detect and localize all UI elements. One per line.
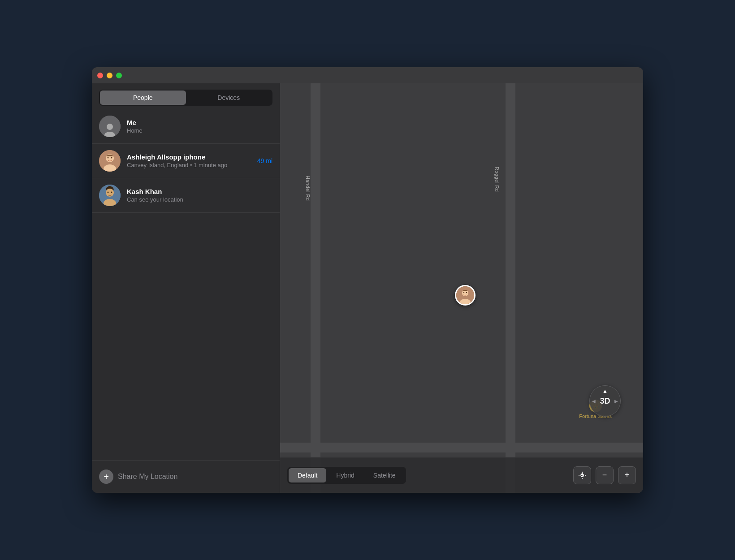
sidebar: People Devices Me xyxy=(92,83,280,493)
person-name-me: Me xyxy=(127,119,272,126)
svg-point-6 xyxy=(108,157,109,159)
main-content: People Devices Me xyxy=(92,83,643,493)
compass-3d-label: 3D xyxy=(600,396,610,406)
compass-north-icon: ▲ xyxy=(602,388,608,394)
title-bar xyxy=(92,67,643,83)
road-handel xyxy=(311,83,320,493)
person-item-me[interactable]: Me Home xyxy=(92,109,280,144)
map-type-satellite[interactable]: Satellite xyxy=(364,468,405,482)
avatar-me xyxy=(99,116,121,137)
ashleigh-location: Canvey Island, England • 1 minute ago xyxy=(127,162,227,168)
svg-point-17 xyxy=(463,292,464,293)
map-bottom-bar: Default Hybrid Satellite − xyxy=(280,457,643,493)
svg-point-11 xyxy=(108,192,109,193)
person-name-kash: Kash Khan xyxy=(127,188,272,195)
person-info-me: Me Home xyxy=(127,119,272,134)
kash-face xyxy=(99,185,121,206)
svg-point-7 xyxy=(111,157,112,159)
zoom-in-button[interactable]: + xyxy=(618,466,636,484)
zoom-out-icon: − xyxy=(602,470,607,480)
svg-point-18 xyxy=(466,292,467,293)
avatar-ashleigh xyxy=(99,150,121,172)
avatar-kash xyxy=(99,185,121,206)
share-location-icon: + xyxy=(99,470,113,484)
segment-control: People Devices xyxy=(99,90,272,106)
traffic-lights xyxy=(97,73,122,78)
person-sub-kash: Can see your location xyxy=(127,196,272,203)
svg-point-0 xyxy=(107,124,113,130)
ashleigh-face xyxy=(99,150,121,172)
map-type-selector: Default Hybrid Satellite xyxy=(287,467,406,484)
share-location-label: Share My Location xyxy=(118,473,177,481)
map-controls: − + xyxy=(573,466,636,484)
compass-ring[interactable]: ▲ ◀ ▶ 3D xyxy=(589,385,621,417)
person-item-ashleigh[interactable]: Ashleigh Allsopp iphone Canvey Island, E… xyxy=(92,144,280,178)
people-tab[interactable]: People xyxy=(100,90,186,105)
roggel-rd-label: Roggel Rd xyxy=(494,167,500,192)
road-horizontal xyxy=(280,443,643,452)
devices-tab[interactable]: Devices xyxy=(186,90,272,105)
close-button[interactable] xyxy=(97,73,103,78)
map-type-hybrid[interactable]: Hybrid xyxy=(327,468,363,482)
minimize-button[interactable] xyxy=(107,73,112,78)
road-roggel xyxy=(506,83,515,493)
map-pin-ashleigh[interactable] xyxy=(455,285,476,306)
location-button[interactable] xyxy=(573,466,591,484)
compass-3d-control[interactable]: ▲ ◀ ▶ 3D xyxy=(589,385,621,417)
handel-rd-label: Handel Rd xyxy=(305,176,311,201)
map-area[interactable]: Handel Rd Roggel Rd xyxy=(280,83,643,493)
map-type-default[interactable]: Default xyxy=(289,468,326,482)
person-item-kash[interactable]: Kash Khan Can see your location xyxy=(92,178,280,213)
zoom-out-button[interactable]: − xyxy=(596,466,614,484)
ashleigh-distance: 49 mi xyxy=(257,157,272,164)
app-window: People Devices Me xyxy=(92,67,643,493)
zoom-in-icon: + xyxy=(625,470,630,480)
svg-point-12 xyxy=(111,192,112,193)
person-sub-me: Home xyxy=(127,127,272,134)
share-location-button[interactable]: + Share My Location xyxy=(92,460,280,493)
compass-west-icon: ◀ xyxy=(592,399,596,404)
svg-point-1 xyxy=(104,132,115,137)
person-info-kash: Kash Khan Can see your location xyxy=(127,188,272,203)
person-info-ashleigh: Ashleigh Allsopp iphone Canvey Island, E… xyxy=(127,153,257,168)
compass-east-icon: ▶ xyxy=(614,399,618,404)
person-list: Me Home xyxy=(92,109,280,460)
person-sub-ashleigh: Canvey Island, England • 1 minute ago xyxy=(127,162,257,168)
map-background: Handel Rd Roggel Rd xyxy=(280,83,643,493)
maximize-button[interactable] xyxy=(116,73,122,78)
person-name-ashleigh: Ashleigh Allsopp iphone xyxy=(127,153,257,161)
